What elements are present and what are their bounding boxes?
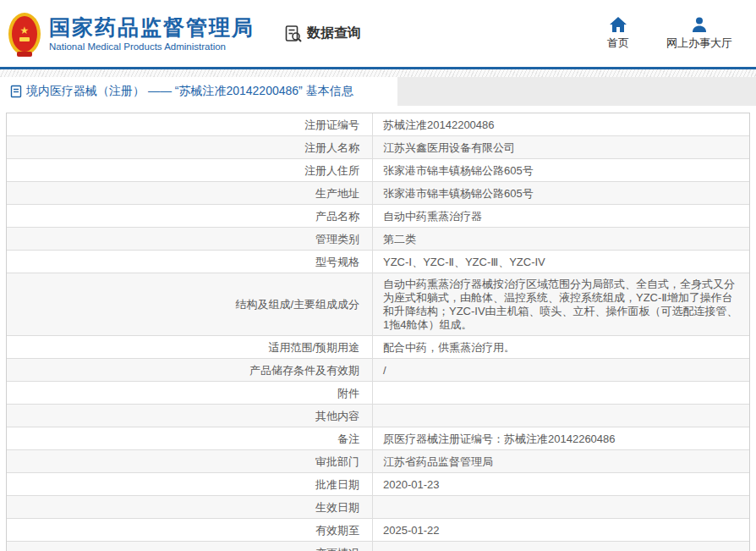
row-value: YZC-Ⅰ、YZC-Ⅱ、YZC-Ⅲ、YZC-IV [373, 251, 749, 273]
row-value: 苏械注准20142200486 [373, 113, 749, 135]
table-row-approval-date: 批准日期 2020-01-23 [7, 473, 749, 496]
row-value: 2025-01-22 [373, 519, 749, 541]
data-query-tab[interactable]: 数据查询 [283, 24, 361, 44]
user-icon [692, 17, 707, 32]
table-row-approval-department: 审批部门 江苏省药品监督管理局 [7, 450, 749, 473]
hatch-divider [0, 69, 756, 77]
row-value: / [373, 359, 749, 381]
breadcrumb-bar: 境内医疗器械（注册） —— “苏械注准20142200486” 基本信息 [0, 77, 756, 106]
table-row-other-content: 其他内容 [7, 405, 749, 427]
table-row-intended-use: 适用范围/预期用途 配合中药，供熏蒸治疗用。 [7, 336, 749, 359]
row-label: 备注 [7, 427, 373, 449]
row-label: 生产地址 [7, 182, 373, 204]
breadcrumb: 境内医疗器械（注册） —— “苏械注准20142200486” 基本信息 [0, 77, 397, 106]
org-name-cn: 国家药品监督管理局 [49, 15, 255, 40]
row-label: 其他内容 [7, 405, 373, 427]
row-label: 型号规格 [7, 251, 373, 273]
table-row-storage-validity: 产品储存条件及有效期 / [7, 359, 749, 382]
nmpa-logo[interactable]: ★ 国家药品监督管理局 National Medical Products Ad… [8, 13, 255, 55]
page-title: 境内医疗器械（注册） —— “苏械注准20142200486” 基本信息 [26, 84, 353, 99]
row-label: 产品名称 [7, 205, 373, 227]
row-label: 注册人住所 [7, 159, 373, 181]
row-label: 注册人名称 [7, 136, 373, 158]
org-name-en: National Medical Products Administration [49, 41, 255, 52]
table-row-attachment: 附件 [7, 382, 749, 405]
nav-online-hall[interactable]: 网上办事大厅 [666, 17, 732, 51]
table-row-management-category: 管理类别 第二类 [7, 228, 749, 251]
table-row-change-status: 变更情况 [7, 542, 749, 551]
row-label: 产品储存条件及有效期 [7, 359, 373, 381]
row-value: 张家港市锦丰镇杨锦公路605号 [373, 159, 749, 181]
row-value: 2020-01-23 [373, 473, 749, 495]
nav-home-label: 首页 [607, 36, 629, 51]
row-label: 变更情况 [7, 542, 373, 551]
table-row-structure-composition: 结构及组成/主要组成成分 自动中药熏蒸治疗器械按治疗区域范围分为局部式、全自式，… [7, 273, 749, 336]
document-search-icon [283, 24, 304, 44]
row-value [373, 405, 749, 427]
header-nav: 首页 网上办事大厅 [607, 17, 732, 51]
table-row-reg-cert-no: 注册证编号 苏械注准20142200486 [7, 113, 749, 136]
row-label: 有效期至 [7, 519, 373, 541]
table-row-model-spec: 型号规格 YZC-Ⅰ、YZC-Ⅱ、YZC-Ⅲ、YZC-IV [7, 251, 749, 273]
registration-info-table: 注册证编号 苏械注准20142200486 注册人名称 江苏兴鑫医用设备有限公司… [6, 113, 750, 551]
row-value: 张家港市锦丰镇杨锦公路605号 [373, 182, 749, 204]
row-value: 自动中药熏蒸治疗器械按治疗区域范围分为局部式、全自式，全身式又分为座式和躺式，由… [373, 273, 749, 335]
table-row-production-address: 生产地址 张家港市锦丰镇杨锦公路605号 [7, 182, 749, 205]
nav-online-hall-label: 网上办事大厅 [666, 36, 732, 51]
nav-home[interactable]: 首页 [607, 17, 629, 51]
row-value [373, 542, 749, 551]
site-header: ★ 国家药品监督管理局 National Medical Products Ad… [0, 0, 756, 69]
row-label: 生效日期 [7, 496, 373, 518]
national-emblem-icon: ★ [8, 13, 41, 55]
row-label: 批准日期 [7, 473, 373, 495]
row-value: 配合中药，供熏蒸治疗用。 [373, 336, 749, 358]
row-value: 自动中药熏蒸治疗器 [373, 205, 749, 227]
row-value [373, 382, 749, 404]
data-query-label: 数据查询 [307, 25, 361, 42]
row-label: 附件 [7, 382, 373, 404]
table-row-valid-until: 有效期至 2025-01-22 [7, 519, 749, 542]
table-row-registrant-address: 注册人住所 张家港市锦丰镇杨锦公路605号 [7, 159, 749, 182]
row-label: 审批部门 [7, 450, 373, 472]
row-value: 江苏兴鑫医用设备有限公司 [373, 136, 749, 158]
table-row-remarks: 备注 原医疗器械注册证编号：苏械注准20142260486 [7, 427, 749, 450]
table-row-product-name: 产品名称 自动中药熏蒸治疗器 [7, 205, 749, 228]
row-value: 原医疗器械注册证编号：苏械注准20142260486 [373, 427, 749, 449]
document-icon [10, 85, 22, 98]
row-value: 江苏省药品监督管理局 [373, 450, 749, 472]
row-label: 适用范围/预期用途 [7, 336, 373, 358]
row-label: 结构及组成/主要组成成分 [7, 273, 373, 335]
home-icon [610, 17, 627, 32]
row-value [373, 496, 749, 518]
table-row-effective-date: 生效日期 [7, 496, 749, 519]
table-row-registrant-name: 注册人名称 江苏兴鑫医用设备有限公司 [7, 136, 749, 159]
row-label: 注册证编号 [7, 113, 373, 135]
row-value: 第二类 [373, 228, 749, 250]
row-label: 管理类别 [7, 228, 373, 250]
